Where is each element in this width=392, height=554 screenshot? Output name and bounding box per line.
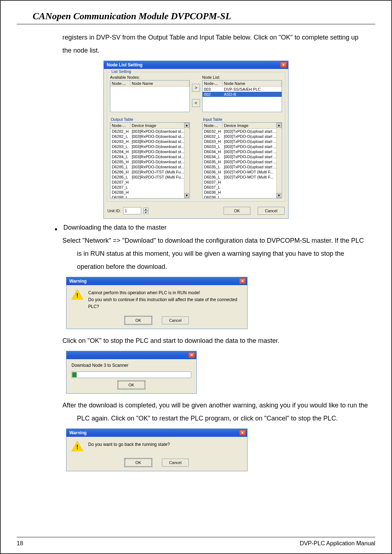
table-row[interactable]: D6032_H[003]TxPDO-D(upload start ... bbox=[203, 129, 282, 134]
col-node-header[interactable]: Node-... bbox=[110, 123, 130, 128]
progress-label: Download Node 3 to Scanner bbox=[72, 363, 191, 368]
output-table[interactable]: Node-... Device Image ▲ ▼ D6282_H[003]Rx… bbox=[110, 122, 190, 198]
table-row[interactable]: D6287_H bbox=[110, 180, 189, 185]
list-setting-group: List Setting Available Nodes: Node-... N… bbox=[107, 72, 285, 202]
paragraph: Click on "OK" to stop the PLC and start … bbox=[1, 334, 391, 347]
dialog-title: Warning bbox=[69, 279, 87, 284]
dialog-title: Warning bbox=[69, 430, 87, 435]
close-icon[interactable]: × bbox=[239, 430, 246, 436]
col-name-header[interactable]: Node Name bbox=[222, 81, 282, 86]
footer-manual: DVP-PLC Application Manual bbox=[300, 540, 375, 547]
page-title: CANopen Communication Module DVPCOPM-SL bbox=[17, 1, 375, 24]
cancel-button[interactable]: Cancel bbox=[162, 459, 189, 467]
bullet-icon: ● bbox=[54, 224, 57, 234]
cancel-button[interactable]: Cancel bbox=[258, 207, 285, 215]
cancel-button[interactable]: Cancel bbox=[162, 316, 189, 324]
close-icon[interactable]: × bbox=[188, 352, 195, 358]
table-row[interactable]: D6287_L bbox=[110, 185, 189, 190]
input-table-label: Input Table bbox=[203, 117, 282, 122]
progress-fill bbox=[72, 372, 77, 377]
available-nodes-list[interactable]: Node-... Node Name bbox=[110, 80, 190, 112]
close-icon[interactable]: × bbox=[280, 62, 287, 68]
table-row[interactable]: D6033_L[003]TxPDO-D(upload start ... bbox=[203, 144, 282, 149]
warning-dialog: Warning × ! Cannot perform this operatio… bbox=[66, 277, 248, 329]
table-row[interactable]: D6284_L[003]RxPDO-D(download st... bbox=[110, 154, 189, 159]
move-left-button[interactable]: < bbox=[192, 99, 200, 107]
input-table[interactable]: Node-... Device Image ▲ ▼ D6032_H[003]Tx… bbox=[202, 122, 282, 198]
col-node-header[interactable]: Node-... bbox=[203, 81, 222, 86]
table-row[interactable]: D6288_H bbox=[110, 190, 189, 195]
col-node-header[interactable]: Node-... bbox=[110, 81, 130, 86]
list-item[interactable]: 003 DVP-SS/SA/EH PLC bbox=[203, 87, 282, 92]
close-icon[interactable]: × bbox=[239, 278, 246, 284]
scrollbar[interactable]: ▲ ▼ bbox=[184, 123, 189, 198]
table-row[interactable]: D6285_H[003]RxPDO-D(download st... bbox=[110, 159, 189, 164]
table-row[interactable]: D6037_L bbox=[203, 185, 282, 190]
node-list[interactable]: Node-... Node Name 003 DVP-SS/SA/EH PLC … bbox=[202, 80, 282, 112]
intro-paragraph: registers in DVP-SV from the Output Tabl… bbox=[1, 31, 391, 57]
table-row[interactable]: D6286_H[002]RxPDO-ITST (Multi Fu... bbox=[110, 169, 189, 175]
table-row[interactable]: D6288_L bbox=[110, 195, 189, 198]
dialog-titlebar[interactable]: Node List Setting × bbox=[104, 61, 288, 69]
scrollbar[interactable]: ▲ ▼ bbox=[276, 123, 281, 198]
col-dev-header[interactable]: Device Image bbox=[130, 123, 189, 128]
table-row[interactable]: D6284_H[003]RxPDO-D(download st... bbox=[110, 149, 189, 154]
col-dev-header[interactable]: Device Image bbox=[222, 123, 282, 128]
table-row[interactable]: D6286_L[002]RxPDO-ITST (Multi Fu... bbox=[110, 175, 189, 180]
table-row[interactable]: D6037_H bbox=[203, 180, 282, 185]
table-row[interactable]: D6034_L[003]TxPDO-D(upload start ... bbox=[203, 154, 282, 159]
table-row[interactable]: D6035_L[003]TxPDO-D(upload start ... bbox=[203, 164, 282, 169]
table-row[interactable]: D6032_L[003]TxPDO-D(upload start ... bbox=[203, 134, 282, 139]
scroll-up-icon[interactable]: ▲ bbox=[277, 123, 281, 128]
table-row[interactable]: D6038_L bbox=[203, 195, 282, 198]
warning-line2: Do you wish to continue if this instruct… bbox=[88, 296, 242, 310]
scroll-down-icon[interactable]: ▼ bbox=[184, 193, 189, 198]
dialog-titlebar[interactable]: Warning × bbox=[66, 429, 247, 437]
warning-icon: ! bbox=[72, 441, 83, 453]
ok-button[interactable]: OK bbox=[125, 459, 152, 467]
unit-id-input[interactable] bbox=[123, 207, 141, 214]
scroll-down-icon[interactable]: ▼ bbox=[277, 193, 281, 198]
unit-id-spinner[interactable]: ▲▼ bbox=[143, 208, 148, 214]
dialog-titlebar[interactable]: × bbox=[66, 351, 196, 359]
progress-bar bbox=[72, 372, 191, 378]
table-row[interactable]: D6038_H bbox=[203, 190, 282, 195]
ok-button[interactable]: OK bbox=[125, 316, 152, 324]
list-item[interactable]: 002 ASD-B bbox=[203, 92, 282, 97]
warning-dialog: Warning × ! Do you want to go back the r… bbox=[66, 428, 248, 471]
table-row[interactable]: D6283_H[003]RxPDO-D(download st... bbox=[110, 139, 189, 144]
table-row[interactable]: D6282_H[003]RxPDO-D(download st... bbox=[110, 129, 189, 134]
warning-line1: Do you want to go back the running state… bbox=[88, 441, 170, 448]
move-right-button[interactable]: > bbox=[192, 84, 200, 92]
table-row[interactable]: D6033_H[003]TxPDO-D(upload start ... bbox=[203, 139, 282, 144]
available-nodes-label: Available Nodes: bbox=[110, 75, 190, 79]
table-row[interactable]: D6036_L[002]TxPDO-MOT (Multi F... bbox=[203, 175, 282, 180]
col-name-header[interactable]: Node Name bbox=[130, 81, 189, 86]
node-list-label: Node List: bbox=[202, 75, 282, 79]
table-row[interactable]: D6285_L[003]RxPDO-D(download st... bbox=[110, 164, 189, 169]
node-list-dialog: Node List Setting × List Setting Availab… bbox=[103, 61, 289, 219]
table-row[interactable]: D6282_L[003]RxPDO-D(download st... bbox=[110, 134, 189, 139]
table-row[interactable]: D6034_H[003]TxPDO-D(upload start ... bbox=[203, 149, 282, 154]
group-legend: List Setting bbox=[110, 69, 132, 74]
unit-id-label: Unit ID: bbox=[107, 209, 121, 213]
warning-icon: ! bbox=[72, 290, 83, 301]
scroll-up-icon[interactable]: ▲ bbox=[184, 123, 189, 128]
table-row[interactable]: D6035_H[003]TxPDO-D(upload start ... bbox=[203, 159, 282, 164]
bullet-heading: Downloading the data to the master bbox=[63, 224, 166, 231]
warning-line1: Cannot perform this operation when PLC i… bbox=[88, 290, 242, 296]
dialog-title: Node List Setting bbox=[107, 62, 143, 67]
ok-button[interactable]: OK bbox=[118, 381, 145, 389]
output-table-label: Output Table bbox=[111, 117, 190, 122]
table-row[interactable]: D6036_H[002]TxPDO-MOT (Multi F... bbox=[203, 169, 282, 175]
progress-dialog: × Download Node 3 to Scanner OK bbox=[66, 351, 197, 394]
paragraph: Select "Network" => "Download" to downlo… bbox=[1, 234, 391, 273]
dialog-titlebar[interactable]: Warning × bbox=[66, 277, 247, 285]
col-node-header[interactable]: Node-... bbox=[203, 123, 222, 128]
paragraph: After the download is completed, you wil… bbox=[1, 399, 391, 425]
ok-button[interactable]: OK bbox=[224, 207, 250, 215]
page-number: 18 bbox=[17, 540, 23, 547]
table-row[interactable]: D6283_L[003]RxPDO-D(download st... bbox=[110, 144, 189, 149]
